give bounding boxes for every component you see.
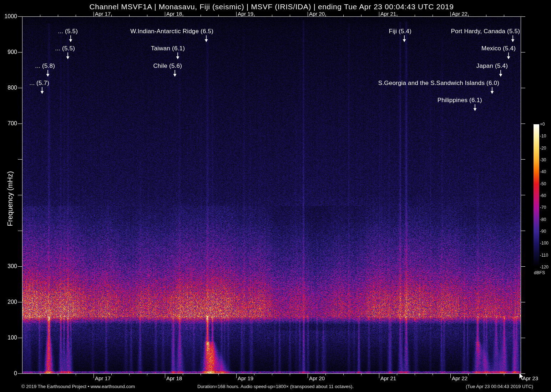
top-axis-label: Apr 22 [452,11,467,17]
colorbar-tick-label: -100 [540,241,549,246]
top-axis-label: Apr 20 [309,11,325,17]
event-arrow-down-icon [40,87,44,95]
event-annotation-label: ... (5.7) [29,80,49,87]
colorbar-tick-label: -40 [540,169,546,174]
colorbar-tick-label: -120 [540,265,549,270]
top-axis-label: Apr 21 [380,11,396,17]
y-axis-tick-label: 800 [1,85,17,91]
y-axis-tick-label: 700 [1,120,17,127]
event-arrow-down-icon [204,35,208,44]
y-axis-tick-label: 100 [1,335,17,341]
footer-timestamp: (Tue Apr 23 00:04:43 2019 UTC) [466,384,533,389]
event-arrow-down-icon [473,104,477,112]
colorbar-tick-label: -60 [540,193,546,198]
event-arrow-down-icon [176,52,180,61]
event-arrow-down-icon [499,70,503,78]
spectrogram-page: { "title": "Channel MSVF1A | Monasavu, F… [0,0,551,392]
colorbar-tick-label: -70 [540,205,546,210]
event-annotation-label: Mexico (5.4) [481,45,516,52]
event-annotation-label: W.Indian-Antarctic Ridge (6.5) [130,28,213,35]
bottom-axis-label: Apr 19 [238,375,253,381]
event-arrow-down-icon [173,70,177,78]
top-axis-label: Apr 17 [95,11,111,17]
event-annotation-label: ... (5.8) [35,62,55,70]
event-annotation-label: Philippines (6.1) [438,97,482,104]
y-axis-tick-label: 200 [1,299,17,305]
top-axis-label: Apr 18 [166,11,182,17]
page-title: Channel MSVF1A | Monasavu, Fiji (seismic… [22,2,521,11]
y-axis-tick-label: 900 [1,49,17,55]
event-arrow-down-icon [506,52,511,61]
event-annotation-label: ... (5.5) [55,45,75,52]
colorbar-tick-label: -80 [540,217,546,222]
colorbar-tick-label: -20 [540,146,546,151]
y-axis-tick-label: 300 [1,263,17,270]
event-arrow-down-icon [69,35,73,44]
event-arrow-down-icon [511,35,515,44]
event-arrow-down-icon [46,70,50,78]
bottom-axis-label: Apr 23 [522,375,538,381]
bottom-axis-label: Apr 18 [166,375,182,381]
bottom-axis-label: Apr 22 [452,375,467,381]
mouse-cursor-icon [519,372,524,381]
y-axis-tick-label: 0 [1,370,17,377]
colorbar-unit-label: dBFS [534,270,545,275]
top-axis-label: Apr 19 [238,11,253,17]
bottom-axis-label: Apr 20 [309,375,325,381]
event-arrow-down-icon [402,35,406,44]
event-annotation-label: Chile (5.6) [153,62,182,70]
colorbar-tick-label: +0 [540,122,545,127]
colorbar-tick-label: -110 [540,253,548,258]
y-axis-tick-label: 1000 [1,13,17,20]
event-arrow-down-icon [66,52,70,61]
event-annotation-label: ... (5.5) [58,28,78,35]
event-arrow-down-icon [490,87,494,95]
colorbar-tick-label: -50 [540,181,546,186]
y-axis-title: Frequency (mHz) [6,167,14,231]
colorbar-tick-label: -10 [540,134,546,139]
bottom-axis-label: Apr 21 [380,375,396,381]
colorbar-tick-label: -90 [540,229,546,234]
event-annotation-label: S.Georgia and the S.Sandwich Islands (6.… [378,80,499,87]
event-annotation-label: Japan (5.4) [476,62,508,70]
spectrogram-canvas [0,0,551,392]
event-annotation-label: Taiwan (6.1) [151,45,185,52]
bottom-axis-label: Apr 17 [95,375,111,381]
event-annotation-label: Port Hardy, Canada (5.5) [451,28,520,35]
colorbar-tick-label: -30 [540,157,546,162]
event-annotation-label: Fiji (5.4) [389,28,411,35]
